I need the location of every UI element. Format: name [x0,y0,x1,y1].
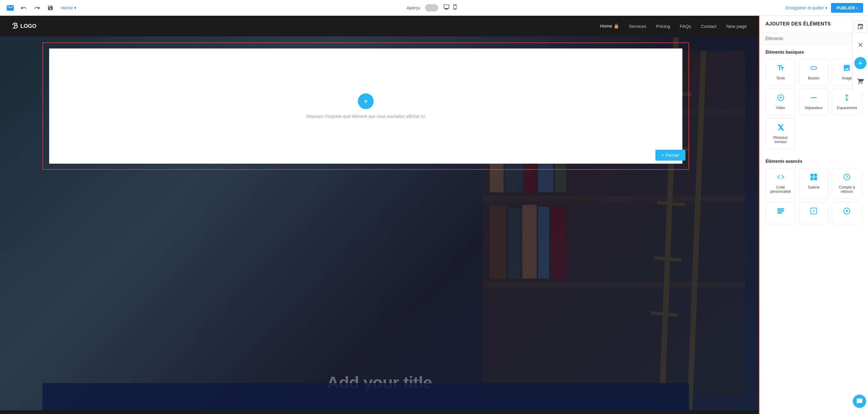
toolbar-right: Enregistrer et quitter ▾ PUBLIER › [785,3,863,13]
advanced-elements-section: Éléments avancés Codepersonnalisé [760,154,868,229]
main-area: ℬ LOGO Home 🔒 Services Pricing FAQs Cont… [0,16,868,414]
element-card-extra1[interactable] [766,202,796,224]
basic-section-title: Éléments basiques [766,50,862,55]
publier-btn[interactable]: PUBLIER › [831,3,863,13]
svg-line-26 [654,258,681,260]
code-label: Codepersonnalisé [770,185,791,194]
svg-rect-2 [483,196,745,201]
save-btn[interactable] [45,2,56,13]
element-card-extra2[interactable] [799,202,829,224]
element-card-extra3[interactable] [832,202,862,224]
bouton-label: Bouton [808,76,819,80]
svg-rect-18 [522,205,537,279]
element-card-bouton[interactable]: Bouton [799,59,829,86]
basic-elements-grid: Texte Bouton Image [766,59,862,149]
svg-rect-35 [810,177,813,180]
advanced-elements-grid: Codepersonnalisé Galerie [766,168,862,224]
galerie-label: Galerie [808,185,820,189]
right-sidebar-buttons: + [852,16,868,92]
add-elements-panel: AJOUTER DES ÉLÉMENTS ✕ × Éléments ∧ Élém… [759,16,868,414]
nav-link-contact[interactable]: Contact [701,24,717,29]
basic-elements-section: Éléments basiques Texte Bout [760,45,868,154]
chat-btn[interactable] [853,394,866,408]
site-hero: + Déposez n'importe quel élément que vou… [0,36,759,410]
sitemap-btn[interactable] [854,21,866,33]
apercu-label: Aperçu [407,5,420,10]
site-nav: ℬ LOGO Home 🔒 Services Pricing FAQs Cont… [0,16,759,36]
extra3-icon [843,207,851,217]
svg-marker-30 [780,96,782,99]
svg-rect-28 [811,67,817,69]
element-card-galerie[interactable]: Galerie [799,168,829,199]
bouton-icon [810,64,818,74]
advanced-section-title: Éléments avancés [766,159,862,164]
cart-btn[interactable] [854,75,866,87]
reseaux-icon [777,123,784,133]
svg-rect-20 [551,206,566,279]
element-card-countdown[interactable]: Compte àrebours [832,168,862,199]
video-label: Vidéo [776,106,785,110]
add-element-floating-btn[interactable]: + [854,57,866,69]
code-icon [777,173,784,183]
add-element-circle[interactable]: + [358,93,374,109]
toolbar-left: Home ▾ [5,2,79,13]
svg-rect-17 [508,208,521,279]
element-card-texte[interactable]: Texte [766,59,796,86]
svg-line-25 [657,203,685,205]
undo-btn[interactable] [18,2,29,13]
svg-rect-38 [777,208,784,210]
drop-hint: Déposez n'importe quel élément que vous … [306,114,425,119]
site-logo: ℬ LOGO [12,22,36,30]
image-icon [843,64,851,74]
desktop-icon[interactable] [443,4,450,12]
home-chevron: ▾ [74,5,76,10]
texte-icon [777,64,784,74]
website-preview: ℬ LOGO Home 🔒 Services Pricing FAQs Cont… [0,16,759,414]
apercu-toggle[interactable] [425,4,438,11]
home-dropdown-btn[interactable]: Home ▾ [58,4,79,12]
svg-rect-19 [538,207,549,279]
nav-link-pricing[interactable]: Pricing [656,24,670,29]
svg-rect-33 [810,174,813,177]
nav-link-home[interactable]: Home 🔒 [600,23,619,29]
site-nav-links: Home 🔒 Services Pricing FAQs Contact New… [600,23,747,29]
svg-rect-34 [814,174,817,177]
email-icon-btn[interactable] [5,2,16,13]
video-icon [777,94,784,103]
svg-rect-39 [777,210,784,212]
element-card-code[interactable]: Codepersonnalisé [766,168,796,199]
texte-label: Texte [776,76,785,80]
device-icons [443,4,458,12]
fermer-btn[interactable]: × Fermer [655,150,685,161]
galerie-icon [810,173,818,183]
countdown-icon [843,173,851,183]
element-card-reseaux[interactable]: Réseauxsociaux [766,118,796,149]
extra2-icon [810,207,818,217]
svg-rect-16 [490,206,506,279]
element-card-video[interactable]: Vidéo [766,89,796,115]
espacement-label: Espacement [837,106,857,110]
nav-link-newpage[interactable]: New page [726,24,747,29]
drop-zone-overlay: + Déposez n'importe quel élément que vou… [42,42,689,170]
elements-toggle[interactable]: Éléments ∧ [760,32,868,45]
logo-text: LOGO [20,23,36,29]
dark-blue-band [42,383,689,410]
espacement-icon [843,94,851,103]
nav-link-services[interactable]: Services [629,24,647,29]
redo-btn[interactable] [32,2,42,13]
panel-header: AJOUTER DES ÉLÉMENTS ✕ × [760,16,868,32]
elements-toggle-label: Éléments [766,36,783,41]
svg-rect-40 [777,212,782,213]
panel-title: AJOUTER DES ÉLÉMENTS [766,21,831,27]
svg-line-27 [651,313,678,315]
close-right-btn[interactable] [854,39,866,51]
element-card-separateur[interactable]: Séparateur [799,89,829,115]
mobile-icon[interactable] [452,4,458,11]
toolbar: Home ▾ Aperçu Enregistrer et quitter ▾ P… [0,0,868,16]
nav-link-faqs[interactable]: FAQs [680,24,691,29]
enregistrer-quitter-btn[interactable]: Enregistrer et quitter ▾ [785,5,827,10]
drop-zone-inner: + Déposez n'importe quel élément que vou… [49,49,682,164]
separateur-icon [810,94,818,103]
element-card-espacement[interactable]: Espacement [832,89,862,115]
image-label: Image [842,76,852,80]
